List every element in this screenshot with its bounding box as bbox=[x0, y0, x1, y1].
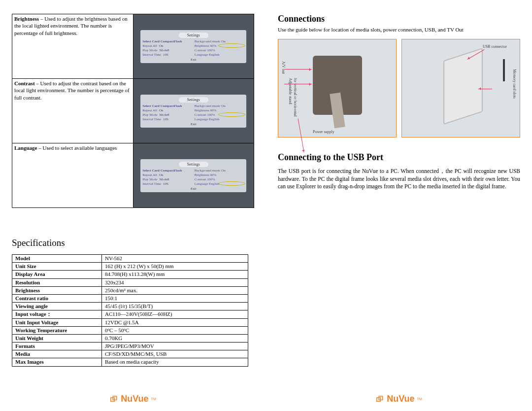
table-row: Unit Size162 (H) x 212 (W) x 50(D) mm bbox=[12, 263, 248, 271]
spec-value: 12VDC @1.5A bbox=[102, 318, 248, 326]
connection-diagrams: A/V out Adjustable stand for vertical or… bbox=[278, 39, 520, 137]
setting-description: Contrast – Used to adjust the contrast b… bbox=[12, 79, 133, 143]
diagram-side-view: USB connector Memory card slots bbox=[401, 39, 520, 137]
label-stand: Adjustable stand bbox=[288, 78, 293, 104]
spec-value: AC110—240V(50HZ—60HZ) bbox=[102, 310, 248, 318]
label-av-out: A/V out bbox=[281, 61, 286, 74]
spec-key: Working Temperature bbox=[12, 326, 102, 334]
label-stand2: for vertical or horizontal bbox=[293, 78, 298, 116]
left-page: Brightness – Used to adjust the brightne… bbox=[0, 0, 266, 411]
spec-key: Unit Size bbox=[12, 263, 102, 271]
logo-icon bbox=[110, 395, 119, 404]
spec-key: Media bbox=[12, 350, 102, 358]
spec-value: 0.70KG bbox=[102, 334, 248, 342]
label-power: Power supply bbox=[313, 130, 334, 134]
brand-logo: NuVueTM bbox=[376, 394, 422, 404]
spec-key: Formats bbox=[12, 342, 102, 350]
label-memory: Memory card slots bbox=[512, 69, 517, 99]
spec-value: Based on media capacity bbox=[102, 358, 248, 366]
spec-value: 320x234 bbox=[102, 278, 248, 286]
connections-heading: Connections bbox=[278, 14, 520, 24]
spec-key: Model bbox=[12, 255, 102, 263]
usb-paragraph: The USB port is for connecting the NuVue… bbox=[278, 168, 520, 191]
brand-logo: NuVueTM bbox=[110, 394, 156, 404]
spec-value: 250cd/m² max. bbox=[102, 286, 248, 294]
table-row: Display Area84.708(H) x113.28(W) mm bbox=[12, 271, 248, 278]
spec-key: Resolution bbox=[12, 278, 102, 286]
usb-heading: Connecting to the USB Port bbox=[278, 152, 520, 163]
spec-value: 0ºC – 50ºC bbox=[102, 326, 248, 334]
table-row: Brightness – Used to adjust the brightne… bbox=[12, 14, 254, 79]
table-row: Brightness250cd/m² max. bbox=[12, 286, 248, 294]
spec-key: Unit Input Voltage bbox=[12, 318, 102, 326]
specifications-table: ModelNV-562Unit Size162 (H) x 212 (W) x … bbox=[12, 254, 248, 367]
setting-description: Brightness – Used to adjust the brightne… bbox=[12, 14, 133, 79]
setting-description: Language – Used to select available lang… bbox=[12, 143, 133, 208]
spec-key: Input voltage： bbox=[12, 310, 102, 318]
specifications-heading: Specifications bbox=[12, 238, 254, 248]
table-row: Language – Used to select available lang… bbox=[12, 143, 254, 208]
table-row: Formats JPG/JPEG/MP3/MOV bbox=[12, 342, 248, 350]
settings-feature-table: Brightness – Used to adjust the brightne… bbox=[12, 14, 254, 208]
logo-icon bbox=[376, 395, 385, 404]
table-row: Working Temperature0ºC – 50ºC bbox=[12, 326, 248, 334]
spec-value: NV-562 bbox=[102, 255, 248, 263]
spec-key: Brightness bbox=[12, 286, 102, 294]
spec-value: 84.708(H) x113.28(W) mm bbox=[102, 271, 248, 278]
table-row: MediaCF/SD/XD/MMC/MS, USB bbox=[12, 350, 248, 358]
spec-value: JPG/JPEG/MP3/MOV bbox=[102, 342, 248, 350]
table-row: Unit Input Voltage12VDC @1.5A bbox=[12, 318, 248, 326]
table-row: ModelNV-562 bbox=[12, 255, 248, 263]
setting-screenshot: Settings Select Card CompactFlashBackgro… bbox=[133, 143, 254, 208]
spec-value: 45/45 (l/r) 15/35(B/T) bbox=[102, 303, 248, 310]
spec-key: Contrast ratio bbox=[12, 294, 102, 302]
table-row: Input voltage：AC110—240V(50HZ—60HZ) bbox=[12, 310, 248, 318]
setting-screenshot: Settings Select Card CompactFlashBackgro… bbox=[133, 14, 254, 79]
spec-value: 162 (H) x 212 (W) x 50(D) mm bbox=[102, 263, 248, 271]
table-row: Resolution320x234 bbox=[12, 278, 248, 286]
spec-key: Viewing angle bbox=[12, 303, 102, 310]
setting-screenshot: Settings Select Card CompactFlashBackgro… bbox=[133, 79, 254, 143]
diagram-back-view: A/V out Adjustable stand for vertical or… bbox=[278, 39, 397, 137]
table-row: Viewing angle45/45 (l/r) 15/35(B/T) bbox=[12, 303, 248, 310]
spec-key: Unit Weight bbox=[12, 334, 102, 342]
table-row: Contrast – Used to adjust the contrast b… bbox=[12, 79, 254, 143]
label-usb: USB connector bbox=[483, 44, 507, 49]
spec-key: Max Images bbox=[12, 358, 102, 366]
connections-subtext: Use the guide below for location of medi… bbox=[278, 26, 520, 33]
spec-value: CF/SD/XD/MMC/MS, USB bbox=[102, 350, 248, 358]
table-row: Contrast ratio150:1 bbox=[12, 294, 248, 302]
spec-value: 150:1 bbox=[102, 294, 248, 302]
spec-key: Display Area bbox=[12, 271, 102, 278]
table-row: Max ImagesBased on media capacity bbox=[12, 358, 248, 366]
right-page: Connections Use the guide below for loca… bbox=[266, 0, 532, 411]
table-row: Unit Weight0.70KG bbox=[12, 334, 248, 342]
